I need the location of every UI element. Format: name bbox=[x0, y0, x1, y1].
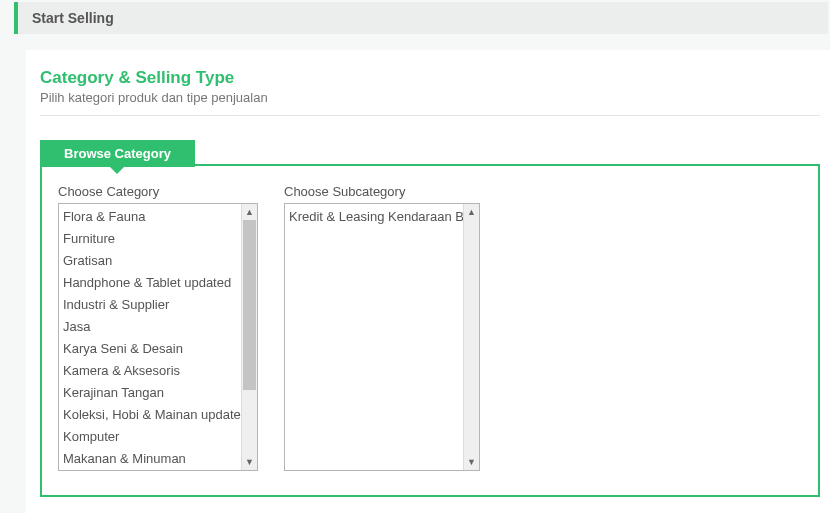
category-item[interactable]: Karya Seni & Desain bbox=[59, 338, 241, 360]
category-item[interactable]: Handphone & Tablet updated bbox=[59, 272, 241, 294]
category-item[interactable]: Komputer bbox=[59, 426, 241, 448]
divider bbox=[40, 115, 820, 116]
category-box: Browse Category Choose Category Flora & … bbox=[40, 164, 820, 497]
category-item[interactable]: Flora & Fauna bbox=[59, 206, 241, 228]
tab-browse-category[interactable]: Browse Category bbox=[40, 140, 195, 167]
category-item[interactable]: Koleksi, Hobi & Mainan updated bbox=[59, 404, 241, 426]
subcategory-label: Choose Subcategory bbox=[284, 184, 480, 199]
section-subtitle: Pilih kategori produk dan tipe penjualan bbox=[40, 90, 820, 105]
scroll-track[interactable] bbox=[464, 220, 479, 454]
section-title: Category & Selling Type bbox=[40, 68, 820, 88]
subcategory-list-inner: Kredit & Leasing Kendaraan Berm bbox=[285, 204, 463, 470]
subcategory-item[interactable]: Kredit & Leasing Kendaraan Berm bbox=[285, 206, 463, 228]
category-listbox[interactable]: Flora & FaunaFurnitureGratisanHandphone … bbox=[58, 203, 258, 471]
category-item[interactable]: Gratisan bbox=[59, 250, 241, 272]
category-label: Choose Category bbox=[58, 184, 258, 199]
category-item[interactable]: Industri & Supplier bbox=[59, 294, 241, 316]
scroll-down-icon[interactable]: ▼ bbox=[464, 454, 479, 470]
category-column: Choose Category Flora & FaunaFurnitureGr… bbox=[58, 184, 258, 471]
category-item[interactable]: Kamera & Aksesoris bbox=[59, 360, 241, 382]
category-item[interactable]: Jasa bbox=[59, 316, 241, 338]
page-header: Start Selling bbox=[14, 2, 828, 34]
content-panel: Category & Selling Type Pilih kategori p… bbox=[26, 50, 830, 513]
tab-label: Browse Category bbox=[64, 146, 171, 161]
scroll-up-icon[interactable]: ▲ bbox=[464, 204, 479, 220]
scroll-track[interactable] bbox=[242, 220, 257, 454]
page-title: Start Selling bbox=[32, 10, 114, 26]
category-item[interactable]: Kerajinan Tangan bbox=[59, 382, 241, 404]
category-list-inner: Flora & FaunaFurnitureGratisanHandphone … bbox=[59, 204, 241, 470]
subcategory-column: Choose Subcategory Kredit & Leasing Kend… bbox=[284, 184, 480, 471]
category-item[interactable]: Makanan & Minuman bbox=[59, 448, 241, 470]
scroll-up-icon[interactable]: ▲ bbox=[242, 204, 257, 220]
subcategory-scrollbar[interactable]: ▲ ▼ bbox=[463, 204, 479, 470]
category-item[interactable]: Furniture bbox=[59, 228, 241, 250]
scroll-thumb[interactable] bbox=[243, 220, 256, 390]
category-scrollbar[interactable]: ▲ ▼ bbox=[241, 204, 257, 470]
subcategory-listbox[interactable]: Kredit & Leasing Kendaraan Berm ▲ ▼ bbox=[284, 203, 480, 471]
scroll-down-icon[interactable]: ▼ bbox=[242, 454, 257, 470]
